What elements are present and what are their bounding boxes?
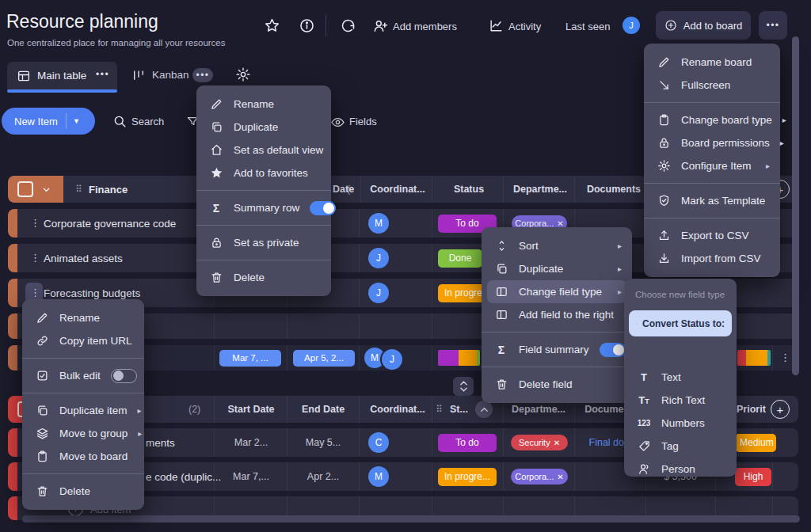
board-more-button[interactable]: ••• — [759, 11, 787, 40]
avatar[interactable]: M — [368, 466, 389, 487]
item-name[interactable]: Corporate governance code — [44, 218, 176, 230]
menu-item-change-board-type[interactable]: Change board type▸ — [644, 108, 780, 131]
menu-item-summary-row[interactable]: ΣSummary row — [196, 196, 331, 219]
search-button[interactable]: Search — [131, 116, 164, 127]
chevron-down-icon[interactable] — [41, 184, 51, 195]
summary-avatar[interactable]: J — [380, 348, 404, 371]
add-to-board-button[interactable]: Add to board — [656, 11, 751, 40]
menu-item-import-from-csv[interactable]: Import from CSV — [644, 247, 780, 270]
column-header-start-date[interactable]: Start Date — [219, 396, 283, 423]
menu-item-duplicate[interactable]: Duplicate — [196, 116, 331, 139]
menu-item-rename[interactable]: Rename — [22, 306, 144, 329]
add-members-button[interactable]: Add members — [393, 21, 457, 32]
row-menu-icon[interactable]: ⋮ — [30, 287, 40, 298]
new-item-button[interactable]: New Item ▼ — [2, 108, 95, 135]
menu-item-delete[interactable]: Delete — [22, 480, 144, 503]
end-date-cell[interactable]: May 5... — [291, 428, 355, 457]
summary-menu-icon[interactable]: ⋮ — [780, 352, 790, 363]
status-pill[interactable]: To do — [438, 434, 497, 452]
column-header-status[interactable]: St... — [450, 396, 474, 423]
priority-pill[interactable]: Medium — [735, 434, 776, 452]
menu-item-tag[interactable]: Tag — [624, 435, 737, 458]
avatar[interactable]: J — [368, 283, 389, 303]
item-name[interactable]: Animated assets — [44, 253, 123, 264]
department-tag[interactable]: Security ✕ — [511, 435, 568, 450]
row-menu-icon[interactable]: ⋮ — [30, 218, 40, 228]
priority-distribution-bar[interactable] — [737, 350, 771, 366]
group-checkbox[interactable] — [17, 181, 33, 197]
avatar[interactable]: M — [368, 213, 389, 234]
summary-start-date[interactable]: Mar 7, ... — [219, 350, 281, 367]
menu-item-rich-text[interactable]: TTRich Text — [624, 389, 737, 412]
menu-item-copy-item-url[interactable]: Copy item URL — [22, 329, 144, 352]
menu-item-field-summary[interactable]: ΣField summary — [482, 338, 632, 361]
column-header-end-date[interactable]: End Date — [291, 396, 355, 423]
status-distribution-bar[interactable] — [438, 350, 480, 366]
menu-item-delete-field[interactable]: Delete field — [482, 373, 632, 396]
end-date-cell[interactable]: Apr 2... — [291, 462, 355, 491]
avatar[interactable]: C — [368, 432, 389, 453]
fields-button[interactable]: Fields — [349, 116, 377, 127]
menu-item-duplicate-item[interactable]: Duplicate item▸ — [22, 399, 144, 422]
menu-item-text[interactable]: TText — [624, 366, 737, 389]
horizontal-scrollbar[interactable] — [22, 515, 800, 522]
menu-item-person[interactable]: Person — [624, 458, 737, 481]
summary-end-date[interactable]: Apr 5, 2... — [293, 350, 355, 367]
department-tag[interactable]: Corpora... ✕ — [511, 469, 568, 484]
group1-name[interactable]: Finance — [89, 184, 128, 196]
priority-pill[interactable]: High — [735, 468, 771, 486]
item-name[interactable]: Forecasting budgets — [44, 287, 140, 299]
menu-item-rename-board[interactable]: Rename board — [644, 51, 780, 74]
last-seen-avatar[interactable]: J — [623, 17, 640, 34]
menu-item-move-to-board[interactable]: Move to board — [22, 445, 144, 468]
status-pill[interactable]: In progre... — [438, 468, 497, 486]
menu-item-numbers[interactable]: 123Numbers — [624, 412, 737, 435]
start-date-cell[interactable]: Mar 2... — [219, 428, 283, 457]
row-menu-icon[interactable]: ⋮ — [30, 253, 40, 263]
remove-icon[interactable]: ✕ — [554, 439, 560, 447]
menu-item-add-field-to-the-right[interactable]: Add field to the right▸ — [482, 303, 632, 326]
avatar[interactable]: J — [368, 248, 389, 268]
sync-icon[interactable] — [340, 17, 356, 34]
chevron-down-icon[interactable]: ▼ — [67, 117, 80, 125]
menu-item-delete[interactable]: Delete — [196, 266, 331, 289]
column-header-status[interactable]: Status — [436, 176, 502, 203]
item-name[interactable]: e code (duplic... — [146, 471, 221, 483]
column-header-department[interactable]: Departme... — [507, 176, 573, 203]
convert-status-button[interactable]: Convert Status to: — [629, 310, 732, 336]
menu-item-mark-as-template[interactable]: Mark as Template — [644, 189, 780, 212]
column-header-coordinator[interactable]: Coordinat... — [364, 176, 431, 203]
menu-item-set-as-default-view[interactable]: Set as default view — [196, 139, 331, 162]
start-date-cell[interactable]: Mar 7,... — [219, 462, 283, 491]
views-settings-gear-icon[interactable] — [235, 66, 251, 82]
item-name[interactable]: ments — [146, 437, 175, 449]
column-drag-handle-icon[interactable]: ⠿ — [436, 404, 443, 415]
menu-item-configure-item[interactable]: Configure Item▸ — [644, 154, 780, 177]
vertical-scrollbar[interactable] — [792, 36, 799, 375]
menu-item-rename[interactable]: Rename — [196, 93, 331, 116]
menu-item-change-field-type[interactable]: Change field type▸ — [487, 280, 626, 303]
toggle-off[interactable] — [111, 369, 137, 383]
group1-select-cell[interactable] — [8, 176, 63, 203]
menu-item-duplicate[interactable]: Duplicate▸ — [482, 257, 632, 280]
remove-icon[interactable]: ✕ — [557, 219, 563, 228]
menu-item-fullscreen[interactable]: Fullscreen — [644, 74, 780, 97]
collapse-expand-button[interactable] — [453, 377, 474, 396]
column-header-coordinator[interactable]: Coordinat... — [364, 396, 431, 423]
toggle-on[interactable] — [600, 343, 626, 357]
favorite-star-icon[interactable] — [264, 17, 280, 34]
menu-item-add-to-favorites[interactable]: Add to favorites — [196, 162, 331, 184]
status-pill[interactable]: Done — [438, 249, 482, 268]
menu-item-move-to-group[interactable]: Move to group▸ — [22, 422, 144, 445]
column-header-documents[interactable]: Documents — [578, 176, 649, 203]
column-header-priority[interactable]: Priorit — [737, 396, 771, 423]
menu-item-sort[interactable]: Sort▸ — [482, 234, 632, 257]
drag-handle-icon[interactable]: ⠿ — [75, 184, 82, 195]
toggle-on[interactable] — [310, 201, 336, 215]
activity-button[interactable]: Activity — [508, 21, 541, 32]
menu-item-bulk-edit[interactable]: Bulk edit — [22, 364, 144, 387]
collapse-column-button[interactable] — [475, 401, 493, 418]
menu-item-export-to-csv[interactable]: Export to CSV — [644, 224, 780, 247]
add-column-button[interactable]: + — [771, 400, 790, 419]
info-icon[interactable] — [299, 17, 315, 34]
